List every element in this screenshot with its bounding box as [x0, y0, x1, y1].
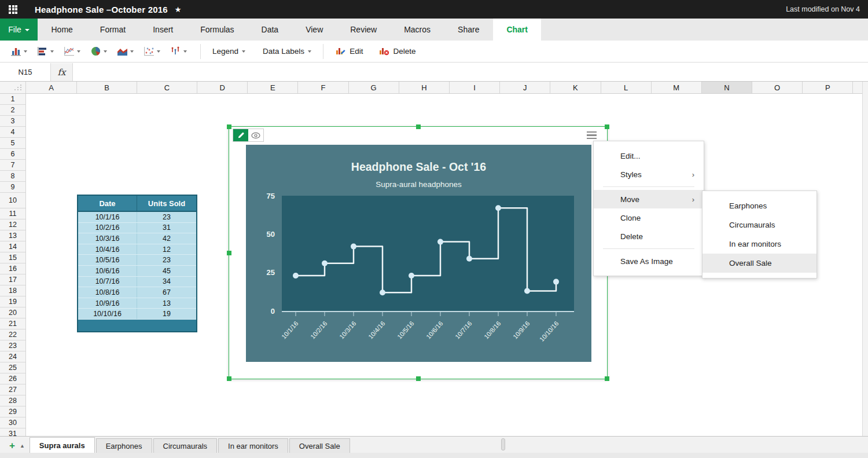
context-menu-item-edit[interactable]: Edit...: [594, 146, 704, 165]
row-header-25[interactable]: 25: [0, 362, 25, 373]
table-cell-units[interactable]: 45: [137, 266, 196, 276]
column-header-C[interactable]: C: [137, 82, 197, 93]
table-cell-date[interactable]: 10/2/16: [78, 223, 137, 233]
pie-chart-icon-button[interactable]: [87, 44, 111, 58]
submenu-item-circumaurals[interactable]: Circumaurals: [703, 215, 816, 235]
menu-tab-format[interactable]: Format: [86, 19, 139, 41]
chart-edit-pencil-button[interactable]: [233, 129, 248, 141]
row-header-12[interactable]: 12: [0, 219, 25, 230]
menu-tab-review[interactable]: Review: [337, 19, 391, 41]
row-header-14[interactable]: 14: [0, 241, 25, 252]
table-cell-units[interactable]: 34: [137, 277, 196, 287]
table-cell-units[interactable]: 13: [137, 298, 196, 309]
row-header-1[interactable]: 1: [0, 94, 25, 105]
menu-tab-chart[interactable]: Chart: [493, 19, 542, 41]
context-menu-item-delete[interactable]: Delete: [594, 227, 704, 246]
select-all-corner[interactable]: [0, 82, 26, 93]
row-header-16[interactable]: 16: [0, 263, 25, 274]
table-cell-units[interactable]: 19: [137, 309, 196, 319]
scatter-chart-icon-button[interactable]: [140, 44, 164, 58]
table-cell-date[interactable]: 10/5/16: [78, 255, 137, 265]
sheet-tab-supra-aurals[interactable]: Supra aurals: [30, 437, 95, 453]
add-sheet-button[interactable]: +: [0, 441, 19, 453]
chart-visibility-button[interactable]: [248, 129, 263, 141]
row-header-2[interactable]: 2: [0, 105, 25, 116]
context-menu-item-clone[interactable]: Clone: [594, 208, 704, 227]
table-cell-date[interactable]: 10/8/16: [78, 287, 137, 298]
column-header-E[interactable]: E: [248, 82, 298, 93]
row-header-10[interactable]: 10: [0, 193, 25, 208]
context-menu-item-save-as-image[interactable]: Save As Image: [594, 252, 704, 270]
chart-svg[interactable]: Headphone Sale - Oct '16Supra-aural head…: [246, 145, 591, 362]
row-header-18[interactable]: 18: [0, 285, 25, 296]
table-cell-date[interactable]: 10/4/16: [78, 244, 137, 255]
row-header-19[interactable]: 19: [0, 296, 25, 307]
cell-name-box[interactable]: N15: [0, 63, 51, 81]
column-header-D[interactable]: D: [197, 82, 248, 93]
row-header-27[interactable]: 27: [0, 384, 25, 395]
data-labels-dropdown[interactable]: Data Labels: [258, 43, 316, 59]
row-header-7[interactable]: 7: [0, 160, 25, 171]
row-header-8[interactable]: 8: [0, 171, 25, 182]
menu-tab-home[interactable]: Home: [38, 19, 86, 41]
row-header-20[interactable]: 20: [0, 307, 25, 318]
menu-tab-data[interactable]: Data: [248, 19, 292, 41]
column-header-O[interactable]: O: [752, 82, 803, 93]
row-header-17[interactable]: 17: [0, 274, 25, 285]
menu-tab-insert[interactable]: Insert: [139, 19, 187, 41]
row-header-15[interactable]: 15: [0, 252, 25, 263]
fx-icon[interactable]: fx: [51, 63, 73, 81]
table-cell-units[interactable]: 12: [137, 244, 196, 255]
favorite-star-icon[interactable]: ★: [175, 5, 182, 14]
table-cell-date[interactable]: 10/6/16: [78, 266, 137, 276]
row-header-5[interactable]: 5: [0, 138, 25, 149]
column-header-J[interactable]: J: [500, 82, 550, 93]
app-grid-icon[interactable]: [9, 5, 17, 14]
column-header-P[interactable]: P: [803, 82, 853, 93]
row-header-9[interactable]: 9: [0, 182, 25, 193]
menu-tab-formulas[interactable]: Formulas: [187, 19, 248, 41]
table-header-units-sold[interactable]: Units Sold: [137, 196, 196, 211]
menu-tab-macros[interactable]: Macros: [391, 19, 444, 41]
submenu-item-overall-sale[interactable]: Overall Sale: [703, 254, 816, 273]
column-header-H[interactable]: H: [399, 82, 450, 93]
stock-chart-icon-button[interactable]: [167, 44, 190, 58]
sheet-tab-overall-sale[interactable]: Overall Sale: [289, 438, 350, 453]
selection-handle[interactable]: [416, 124, 421, 129]
context-menu-item-styles[interactable]: Styles›: [594, 165, 704, 184]
column-header-A[interactable]: A: [26, 82, 77, 93]
column-header-I[interactable]: I: [450, 82, 500, 93]
row-header-4[interactable]: 4: [0, 127, 25, 138]
column-header-M[interactable]: M: [652, 82, 702, 93]
column-chart-icon-button[interactable]: [7, 44, 31, 58]
sheet-tab-circumaurals[interactable]: Circumaurals: [153, 438, 218, 453]
selection-handle[interactable]: [605, 376, 609, 381]
menu-tab-share[interactable]: Share: [444, 19, 493, 41]
table-cell-units[interactable]: 31: [137, 223, 196, 233]
selection-handle[interactable]: [227, 251, 231, 255]
row-header-28[interactable]: 28: [0, 395, 25, 406]
submenu-item-earphones[interactable]: Earphones: [703, 196, 816, 215]
submenu-item-in-ear-monitors[interactable]: In ear monitors: [703, 235, 816, 254]
row-header-11[interactable]: 11: [0, 208, 25, 219]
data-table[interactable]: DateUnits Sold10/1/162310/2/163110/3/164…: [77, 195, 197, 332]
area-chart-icon-button[interactable]: [113, 44, 137, 58]
vertical-scrollbar[interactable]: [862, 82, 868, 436]
table-cell-units[interactable]: 67: [137, 287, 196, 298]
selection-handle[interactable]: [227, 124, 231, 129]
line-chart-icon-button[interactable]: [60, 44, 84, 58]
column-header-N[interactable]: N: [702, 82, 752, 93]
selection-handle[interactable]: [605, 124, 609, 129]
column-header-L[interactable]: L: [601, 82, 652, 93]
table-cell-date[interactable]: 10/1/16: [78, 212, 137, 222]
menu-tab-view[interactable]: View: [292, 19, 337, 41]
selection-handle[interactable]: [227, 376, 231, 381]
row-header-30[interactable]: 30: [0, 417, 25, 428]
column-header-F[interactable]: F: [298, 82, 348, 93]
formula-input[interactable]: [73, 63, 868, 81]
edit-chart-button[interactable]: Edit: [330, 42, 368, 61]
row-header-26[interactable]: 26: [0, 373, 25, 384]
table-cell-units[interactable]: 42: [137, 233, 196, 244]
table-header-date[interactable]: Date: [78, 196, 137, 211]
table-cell-date[interactable]: 10/10/16: [78, 309, 137, 319]
